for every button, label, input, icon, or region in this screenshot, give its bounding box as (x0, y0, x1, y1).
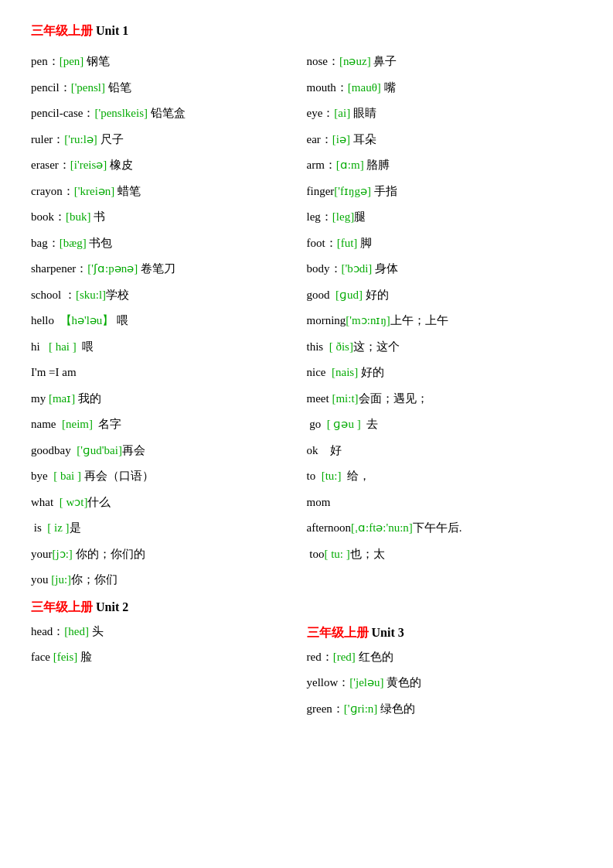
list-item: pencil：['pensl] 铅笔 (31, 75, 307, 101)
phonetic-text: [ɡud] (335, 289, 363, 301)
word-text: finger (307, 185, 335, 197)
list-item: hi [ hai ] 喂 (31, 334, 307, 361)
phonetic-text: ['bɔdi] (342, 262, 373, 275)
phonetic-text: [ˌɑ:ftə:'nu:n] (351, 521, 413, 534)
list-item: pencil-case：['penslkeis] 铅笔盒 (31, 101, 307, 127)
word-text: green： (307, 702, 344, 715)
list-item: sharpener：['ʃɑ:pənə] 卷笔刀 (31, 256, 307, 282)
phonetic-text: [red] (333, 651, 356, 663)
meaning-text: 红色的 (356, 651, 393, 663)
phonetic-text: [ ðis] (329, 340, 353, 353)
meaning-text: 铅笔 (105, 81, 131, 94)
phonetic-text: ['ru:lə] (64, 133, 97, 145)
meaning-text: 会面；遇见； (359, 392, 428, 405)
list-item: meet [mi:t]会面；遇见； (307, 386, 583, 412)
word-text: goodbay (31, 444, 77, 456)
word-text: ok (307, 444, 325, 456)
list-item: too[ tu: ]也；太 (307, 542, 583, 568)
meaning-text: 名字 (93, 418, 122, 430)
phonetic-text: [bæg] (60, 237, 87, 249)
meaning-text: 鼻子 (371, 55, 397, 67)
list-item: hello 【hə'ləu】 喂 (31, 308, 307, 334)
phonetic-text: ['fɪŋgə] (334, 185, 371, 197)
phonetic-text: [nəuz] (339, 55, 371, 67)
unit3-title-black: Unit 3 (369, 626, 404, 639)
word-text: pen： (31, 55, 60, 67)
word-text: meet (307, 392, 332, 405)
meaning-text: 喂 (77, 340, 94, 353)
list-item: head：[hed] 头 (31, 619, 307, 645)
list-item: foot：[fut] 脚 (307, 231, 583, 257)
meaning-text: 脚 (357, 237, 372, 249)
meaning-text: 这；这个 (353, 340, 400, 353)
list-item: yellow：['jeləu] 黄色的 (307, 670, 583, 696)
phonetic-text: [mi:t] (332, 392, 358, 405)
meaning-text: 再会 (122, 444, 145, 456)
word-text: head： (31, 625, 64, 637)
list-item: eye：[ai] 眼睛 (307, 101, 583, 127)
unit2-content: head：[hed] 头face [feis] 脸 三年级上册 Unit 3 r… (31, 619, 582, 723)
list-item: bag：[bæg] 书包 (31, 231, 307, 257)
meaning-text: 你；你们 (71, 573, 117, 586)
phonetic-text: [ iz ] (47, 521, 69, 534)
list-item: nose：[nəuz] 鼻子 (307, 49, 583, 75)
phonetic-text: [neim] (62, 418, 93, 430)
list-item: arm：[ɑ:m] 胳膊 (307, 152, 583, 179)
list-item: ear：[iə] 耳朵 (307, 127, 583, 153)
list-item: is [ iz ]是 (31, 515, 307, 542)
word-text: book： (31, 210, 66, 223)
word-text: ruler： (31, 133, 64, 145)
phonetic-text: ['ʃɑ:pənə] (87, 262, 138, 275)
meaning-text: 蜡笔 (114, 185, 141, 197)
word-text: eraser： (31, 159, 70, 171)
meaning-text: 嘴 (381, 81, 396, 94)
list-item: this [ ðis]这；这个 (307, 334, 583, 361)
meaning-text: 绿色的 (377, 702, 415, 715)
meaning-text: 黄色的 (384, 676, 422, 689)
phonetic-text: ['kreiən] (74, 185, 115, 197)
meaning-text: 头 (89, 625, 104, 637)
unit1-title-red: 三年级上册 (31, 24, 93, 37)
list-item: morning['mɔ:nɪŋ]上午；上午 (307, 308, 583, 334)
meaning-text: 钢笔 (83, 55, 110, 67)
phonetic-text: [pen] (60, 55, 84, 67)
meaning-text: 书包 (87, 237, 113, 249)
list-item: ruler：['ru:lə] 尺子 (31, 127, 307, 153)
phonetic-text: [tu:] (322, 470, 342, 482)
list-item: my [maɪ] 我的 (31, 386, 307, 412)
meaning-text: 去 (361, 418, 379, 430)
word-text: hello (31, 314, 60, 326)
list-item: mouth：[mauθ] 嘴 (307, 75, 583, 101)
list-item: leg：[leg]腿 (307, 204, 583, 231)
phonetic-text: 【hə'ləu】 (60, 314, 114, 326)
list-item: eraser：[i'reisə] 橡皮 (31, 152, 307, 179)
word-text: name (31, 418, 62, 430)
meaning-text: 好 (324, 444, 342, 456)
unit2-title-red: 三年级上册 (31, 600, 93, 613)
unit2-left-col: head：[hed] 头face [feis] 脸 (31, 619, 307, 723)
phonetic-text: [sku:l] (76, 289, 106, 301)
word-text: is (31, 521, 47, 534)
word-text: go (307, 418, 327, 430)
list-item: book：[buk] 书 (31, 204, 307, 231)
word-text: hi (31, 340, 49, 353)
phonetic-text: [ai] (334, 107, 350, 119)
phonetic-text: [iə] (332, 133, 350, 145)
meaning-text: 再会（口语） (81, 470, 154, 482)
list-item: mom (307, 490, 583, 516)
list-item: name [neim] 名字 (31, 412, 307, 438)
list-item: red：[red] 红色的 (307, 644, 583, 671)
phonetic-text: [ju:] (51, 573, 71, 586)
meaning-text: 橡皮 (107, 159, 133, 171)
phonetic-text: [buk] (66, 210, 91, 223)
phonetic-text: [ ɡəu ] (327, 418, 361, 430)
phonetic-text: [ɑ:m] (336, 159, 364, 171)
word-text: pencil-case： (31, 107, 94, 119)
word-text: good (307, 289, 336, 301)
list-item: pen：[pen] 钢笔 (31, 49, 307, 75)
meaning-text: 腿 (354, 210, 366, 223)
meaning-text: 我的 (75, 392, 101, 405)
meaning-text: 好的 (363, 289, 389, 301)
word-text: school ： (31, 289, 76, 301)
meaning-text: 喂 (114, 314, 128, 326)
